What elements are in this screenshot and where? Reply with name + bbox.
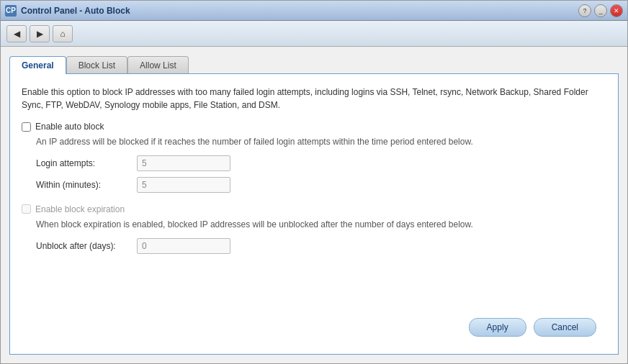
within-minutes-row: Within (minutes): [36, 177, 606, 193]
expiration-section: Enable block expiration When block expir… [22, 204, 606, 260]
unblock-after-row: Unblock after (days): [36, 238, 606, 254]
tab-allow-list[interactable]: Allow List [127, 56, 189, 74]
minimize-button[interactable]: _ [594, 4, 607, 17]
login-attempts-input[interactable] [137, 155, 230, 171]
toolbar: ◀ ▶ ⌂ [1, 21, 627, 47]
title-bar: CP Control Panel - Auto Block ? _ ✕ [1, 1, 627, 21]
auto-block-sub-text: An IP address will be blocked if it reac… [36, 136, 606, 148]
login-attempts-row: Login attempts: [36, 155, 606, 171]
tabs: General Block List Allow List [9, 55, 619, 73]
enable-block-expiration-label[interactable]: Enable block expiration [35, 204, 125, 214]
back-button[interactable]: ◀ [6, 25, 27, 42]
help-button[interactable]: ? [578, 4, 591, 17]
within-minutes-label: Within (minutes): [36, 180, 137, 190]
unblock-after-input[interactable] [137, 238, 230, 254]
description-text: Enable this option to block IP addresses… [22, 86, 606, 112]
tab-general[interactable]: General [9, 56, 66, 74]
window-icon: CP [5, 5, 17, 17]
forward-button[interactable]: ▶ [30, 25, 50, 42]
tab-content-general: Enable this option to block IP addresses… [9, 73, 619, 355]
window-title: Control Panel - Auto Block [21, 6, 578, 16]
close-button[interactable]: ✕ [610, 4, 623, 17]
cancel-button[interactable]: Cancel [534, 318, 596, 337]
spacer [22, 265, 606, 311]
enable-block-expiration-row: Enable block expiration [22, 204, 606, 214]
enable-auto-block-checkbox[interactable] [22, 122, 31, 132]
title-buttons: ? _ ✕ [578, 4, 623, 17]
apply-button[interactable]: Apply [469, 318, 526, 337]
home-button[interactable]: ⌂ [53, 25, 73, 42]
within-minutes-input[interactable] [137, 177, 230, 193]
main-window: CP Control Panel - Auto Block ? _ ✕ ◀ ▶ … [0, 0, 628, 364]
content-area: General Block List Allow List Enable thi… [1, 47, 627, 363]
enable-auto-block-row: Enable auto block [22, 122, 606, 132]
unblock-after-label: Unblock after (days): [36, 241, 137, 251]
footer: Apply Cancel [22, 311, 606, 342]
enable-block-expiration-checkbox[interactable] [22, 204, 31, 214]
enable-auto-block-label[interactable]: Enable auto block [35, 122, 104, 132]
block-expiry-sub-text: When block expiration is enabled, blocke… [36, 219, 606, 231]
login-attempts-label: Login attempts: [36, 158, 137, 168]
tab-block-list[interactable]: Block List [66, 56, 127, 74]
